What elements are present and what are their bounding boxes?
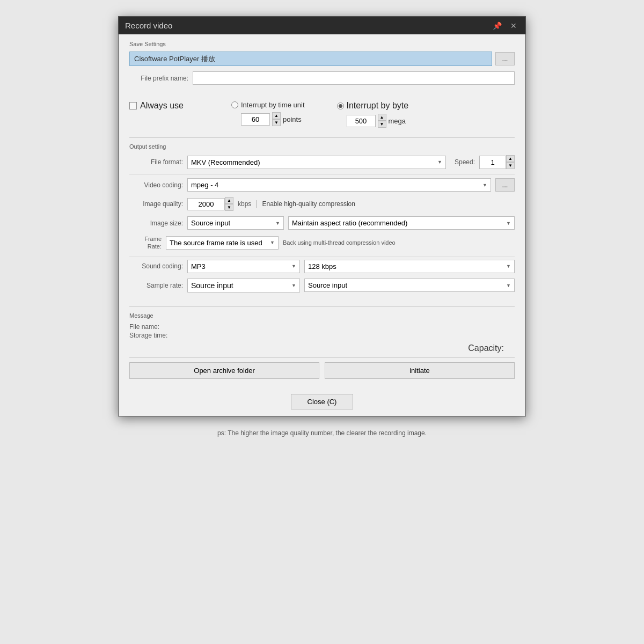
sound-coding-select[interactable]: MP3 ▼ xyxy=(187,260,300,273)
image-size-row: Image size: Source input ▼ Maintain aspe… xyxy=(129,216,515,230)
interrupt-time-radio[interactable] xyxy=(231,101,238,108)
sound-quality-arrow: ▼ xyxy=(506,264,511,269)
pipe-divider: | xyxy=(255,199,258,209)
byte-up-arrow[interactable]: ▲ xyxy=(378,114,386,121)
capacity-label: Capacity: xyxy=(468,343,504,353)
dialog-body: Save Settings ... File prefix name: Alwa… xyxy=(119,34,525,416)
quality-up-arrow[interactable]: ▲ xyxy=(225,197,233,204)
interrupt-time-group: Interrupt by time unit ▲ ▼ points xyxy=(231,101,305,126)
sample-rate-arrow: ▼ xyxy=(291,283,296,288)
initiate-button[interactable]: initiate xyxy=(325,362,515,379)
video-coding-value: mpeg - 4 xyxy=(191,181,218,189)
frame-rate-label: FrameRate: xyxy=(129,235,162,251)
always-use-group: Always use xyxy=(129,101,226,111)
frame-rate-select[interactable]: The source frame rate is used ▼ xyxy=(166,236,279,250)
ps-text: ps: The higher the image quality number,… xyxy=(217,429,427,437)
byte-unit-label: mega xyxy=(389,117,406,125)
frame-rate-row: FrameRate: The source frame rate is used… xyxy=(129,235,515,251)
byte-spinner-arrows: ▲ ▼ xyxy=(378,114,386,128)
interrupt-byte-controls: ▲ ▼ mega xyxy=(347,114,406,128)
sample-rate2-value: Source input xyxy=(308,281,347,289)
image-quality-row: Image quality: ▲ ▼ kbps | Enable high-qu… xyxy=(129,197,515,211)
options-row: Always use Interrupt by time unit ▲ xyxy=(119,94,525,136)
multi-thread-label: Back using multi-thread compression vide… xyxy=(283,239,396,246)
speed-down-arrow[interactable]: ▼ xyxy=(506,162,515,169)
interrupt-options: Interrupt by time unit ▲ ▼ points xyxy=(226,101,515,128)
speed-input-group: ▲ ▼ xyxy=(479,155,515,169)
sound-coding-arrow: ▼ xyxy=(291,264,296,269)
image-quality-label: Image quality: xyxy=(129,200,183,208)
sample-rate-label: Sample rate: xyxy=(129,282,183,289)
sample-rate2-select[interactable]: Source input ▼ xyxy=(304,279,515,292)
aspect-ratio-arrow: ▼ xyxy=(506,221,511,226)
aspect-ratio-value: Maintain aspect ratio (recommended) xyxy=(292,219,407,227)
save-path-row: ... xyxy=(129,52,515,66)
speed-label: Speed: xyxy=(455,158,475,166)
kbps-label: kbps xyxy=(238,200,251,208)
message-section: Message File name: Storage time: Capacit… xyxy=(119,307,525,386)
capacity-row: Capacity: xyxy=(129,343,515,353)
frame-rate-arrow: ▼ xyxy=(270,240,275,245)
open-archive-button[interactable]: Open archive folder xyxy=(129,362,319,379)
separator-1 xyxy=(129,174,515,175)
interrupt-byte-radio[interactable] xyxy=(337,103,344,109)
byte-down-arrow[interactable]: ▼ xyxy=(378,121,386,128)
close-button[interactable]: Close (C) xyxy=(291,394,354,409)
quality-down-arrow[interactable]: ▼ xyxy=(225,204,233,211)
aspect-ratio-select[interactable]: Maintain aspect ratio (recommended) ▼ xyxy=(288,216,515,230)
file-format-label: File format: xyxy=(129,158,183,166)
time-value-input[interactable] xyxy=(241,113,270,126)
window-title: Record video xyxy=(125,21,172,30)
time-down-arrow[interactable]: ▼ xyxy=(272,119,281,126)
image-size-label: Image size: xyxy=(129,219,183,227)
interrupt-byte-label: Interrupt by byte xyxy=(347,101,409,111)
dialog-window: Record video 📌 ✕ Save Settings ... File … xyxy=(118,16,526,416)
image-size-select[interactable]: Source input ▼ xyxy=(187,216,284,230)
image-size-arrow: ▼ xyxy=(275,221,280,226)
output-label: Output setting xyxy=(129,143,515,150)
browse-button[interactable]: ... xyxy=(495,52,515,65)
high-quality-label: Enable high-quality compression xyxy=(262,200,355,208)
image-quality-input[interactable] xyxy=(187,198,225,210)
speed-spinner: ▲ ▼ xyxy=(506,155,515,169)
file-prefix-row: File prefix name: xyxy=(129,71,515,85)
close-button[interactable]: ✕ xyxy=(508,21,519,30)
speed-input[interactable] xyxy=(479,156,506,169)
message-fields: File name: Storage time: xyxy=(129,323,515,339)
sample-rate2-arrow: ▼ xyxy=(506,283,511,288)
video-coding-select[interactable]: mpeg - 4 ▼ xyxy=(187,178,491,192)
footer-section: Close (C) xyxy=(119,387,525,416)
byte-value-input[interactable] xyxy=(347,115,376,127)
file-prefix-input[interactable] xyxy=(193,71,515,85)
interrupt-time-controls: ▲ ▼ points xyxy=(241,112,302,126)
sound-quality-select[interactable]: 128 kbps ▼ xyxy=(304,260,515,273)
save-path-input[interactable] xyxy=(129,52,492,66)
sound-quality-value: 128 kbps xyxy=(308,262,336,270)
title-bar: Record video 📌 ✕ xyxy=(119,17,525,34)
storage-time-row: Storage time: xyxy=(129,332,515,339)
sample-rate-select[interactable]: Source input ▼ xyxy=(187,279,300,292)
time-up-arrow[interactable]: ▲ xyxy=(272,112,281,119)
image-size-value: Source input xyxy=(191,219,230,227)
file-name-label: File name: xyxy=(129,323,178,331)
time-unit-label: points xyxy=(283,115,302,123)
always-use-label: Always use xyxy=(140,101,184,111)
frame-rate-value: The source frame rate is used xyxy=(170,239,262,247)
pin-button[interactable]: 📌 xyxy=(491,21,504,30)
file-format-select[interactable]: MKV (Recommended) ▼ xyxy=(187,156,446,169)
always-use-checkbox[interactable] xyxy=(129,102,137,109)
file-format-row: File format: MKV (Recommended) ▼ Speed: … xyxy=(129,155,515,169)
sample-rate-value: Source input xyxy=(191,281,233,290)
save-settings-section: Save Settings ... File prefix name: xyxy=(119,34,525,93)
sample-rate-row: Sample rate: Source input ▼ Source input… xyxy=(129,279,515,292)
video-coding-label: Video coding: xyxy=(129,181,183,189)
sound-coding-label: Sound coding: xyxy=(129,262,183,270)
video-coding-btn[interactable]: ... xyxy=(495,178,515,192)
file-format-arrow: ▼ xyxy=(437,159,442,165)
video-coding-row: Video coding: mpeg - 4 ▼ ... xyxy=(129,178,515,192)
speed-up-arrow[interactable]: ▲ xyxy=(506,155,515,162)
file-format-value: MKV (Recommended) xyxy=(191,158,260,166)
title-bar-controls: 📌 ✕ xyxy=(491,21,519,30)
message-divider xyxy=(129,357,515,358)
image-quality-input-group: ▲ ▼ xyxy=(187,197,233,211)
